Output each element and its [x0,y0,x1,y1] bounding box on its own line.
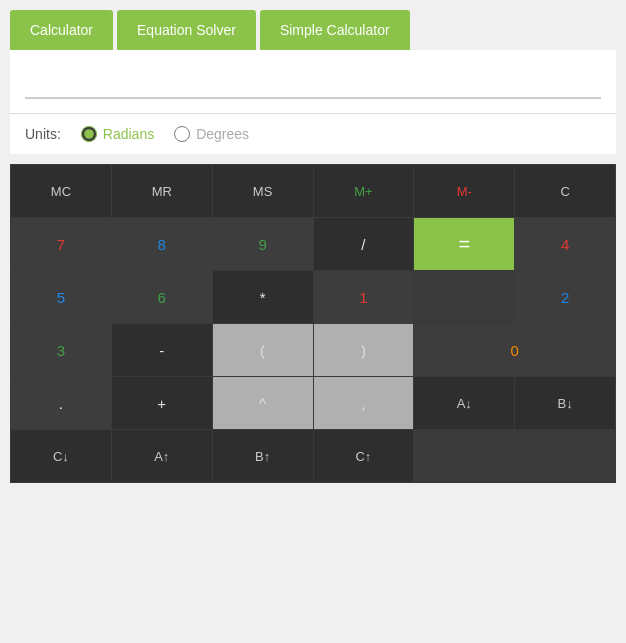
btn-8[interactable]: 8 [112,218,212,270]
btn-minus[interactable]: - [112,324,212,376]
btn-mplus[interactable]: M+ [314,165,414,217]
degrees-label: Degrees [196,126,249,142]
btn-plus[interactable]: + [112,377,212,429]
tab-equation-solver[interactable]: Equation Solver [117,10,256,50]
btn-5[interactable]: 5 [11,271,111,323]
btn-a-up[interactable]: A↑ [112,430,212,482]
btn-equals[interactable]: = [414,218,514,270]
radians-group: Radians [81,126,154,142]
btn-open-paren[interactable]: ( [213,324,313,376]
btn-1[interactable]: 1 [314,271,414,323]
btn-6[interactable]: 6 [112,271,212,323]
btn-mc[interactable]: MC [11,165,111,217]
btn-b-up[interactable]: B↑ [213,430,313,482]
tab-bar: Calculator Equation Solver Simple Calcul… [0,0,626,50]
btn-close-paren[interactable]: ) [314,324,414,376]
calculator-grid: MC MR MS M+ M- C 7 8 9 / = 4 5 6 * 1 2 3… [10,164,616,483]
tab-simple-calculator[interactable]: Simple Calculator [260,10,410,50]
display-area [10,50,616,109]
btn-c-up[interactable]: C↑ [314,430,414,482]
degrees-group: Degrees [174,126,249,142]
degrees-radio[interactable] [174,126,190,142]
btn-caret[interactable]: ^ [213,377,313,429]
btn-c-down[interactable]: C↓ [11,430,111,482]
btn-9[interactable]: 9 [213,218,313,270]
tab-calculator[interactable]: Calculator [10,10,113,50]
radians-radio[interactable] [81,126,97,142]
btn-0[interactable]: 0 [414,324,615,376]
btn-7[interactable]: 7 [11,218,111,270]
display-input[interactable] [25,60,601,99]
btn-multiply[interactable]: * [213,271,313,323]
radians-label: Radians [103,126,154,142]
btn-c[interactable]: C [515,165,615,217]
btn-3[interactable]: 3 [11,324,111,376]
btn-comma[interactable]: , [314,377,414,429]
btn-4[interactable]: 4 [515,218,615,270]
units-row: Units: Radians Degrees [10,114,616,154]
btn-ms[interactable]: MS [213,165,313,217]
units-label: Units: [25,126,61,142]
btn-divide[interactable]: / [314,218,414,270]
btn-a-down[interactable]: A↓ [414,377,514,429]
btn-mr[interactable]: MR [112,165,212,217]
btn-dot[interactable]: . [11,377,111,429]
btn-b-down[interactable]: B↓ [515,377,615,429]
btn-mminus[interactable]: M- [414,165,514,217]
btn-2[interactable]: 2 [515,271,615,323]
